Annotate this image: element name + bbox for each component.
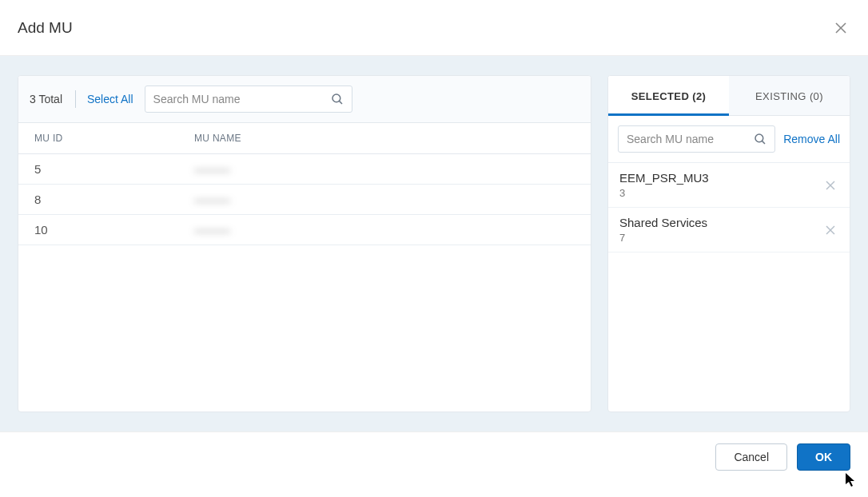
remove-all-link[interactable]: Remove All: [783, 133, 840, 145]
selected-mu-name: Shared Services: [619, 216, 707, 229]
table-row[interactable]: 5 ———: [18, 154, 591, 185]
cell-mu-id: 10: [34, 223, 194, 237]
tab-selected[interactable]: SELECTED (2): [608, 76, 729, 115]
total-count-label: 3 Total: [28, 93, 64, 105]
column-mu-id: MU ID: [34, 133, 194, 144]
ok-button[interactable]: OK: [797, 443, 850, 471]
selected-mu-id: 7: [619, 232, 707, 244]
list-item: Shared Services 7: [608, 208, 850, 252]
list-item: EEM_PSR_MU3 3: [608, 163, 850, 208]
search-icon[interactable]: [327, 89, 348, 109]
svg-line-3: [339, 101, 342, 104]
modal-title: Add MU: [18, 19, 73, 37]
available-mu-panel: 3 Total Select All MU ID MU NAME 5 ——— 8…: [18, 75, 591, 412]
table-row[interactable]: 8 ———: [18, 185, 591, 215]
search-icon[interactable]: [750, 129, 770, 149]
select-all-link[interactable]: Select All: [87, 93, 133, 105]
remove-item-icon[interactable]: [822, 222, 838, 238]
cell-mu-name: ———: [194, 193, 575, 206]
remove-item-icon[interactable]: [822, 177, 838, 193]
selected-mu-panel: SELECTED (2) EXISTING (0) Remove All EEM…: [607, 75, 850, 412]
svg-point-2: [332, 94, 340, 102]
selected-mu-name: EEM_PSR_MU3: [619, 171, 709, 185]
cell-mu-name: ———: [194, 223, 575, 237]
cell-mu-id: 5: [34, 162, 194, 176]
close-icon[interactable]: [831, 18, 850, 38]
cell-mu-name: ———: [194, 162, 575, 176]
column-mu-name: MU NAME: [194, 133, 575, 144]
svg-line-5: [762, 141, 766, 144]
cancel-button[interactable]: Cancel: [715, 443, 787, 471]
tab-existing[interactable]: EXISTING (0): [729, 76, 850, 115]
table-row[interactable]: 10 ———: [18, 215, 591, 245]
cell-mu-id: 8: [34, 193, 194, 206]
divider: [75, 90, 76, 108]
search-mu-input[interactable]: [145, 85, 352, 113]
selected-mu-id: 3: [619, 187, 709, 199]
svg-point-4: [755, 134, 763, 142]
